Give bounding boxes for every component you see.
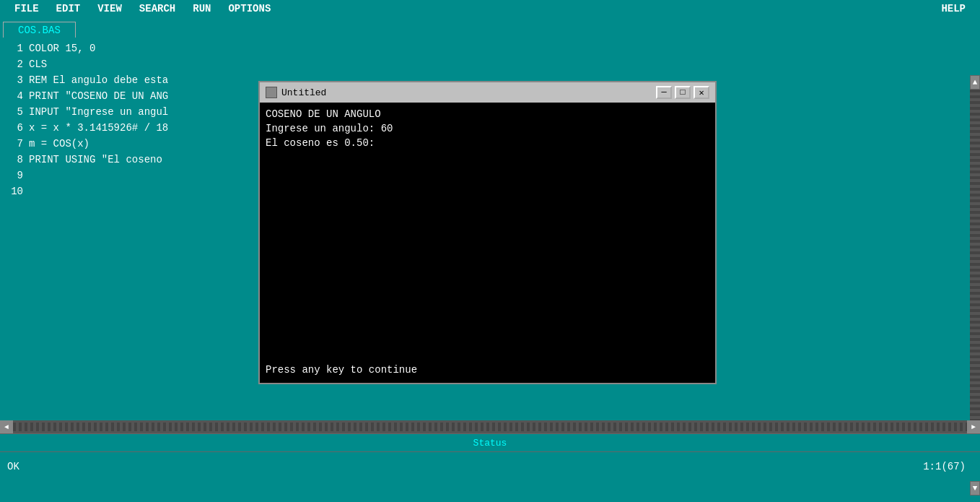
tabbar: COS.BAS [0,17,980,38]
menu-run[interactable]: Run [184,1,219,16]
scroll-right-arrow[interactable]: ► [967,420,980,433]
menu-help[interactable]: Help [932,1,974,16]
line-num-1: 1 [0,40,23,56]
menu-file[interactable]: File [6,1,48,16]
cursor-position: 1:1(67) [923,461,966,472]
statusbar: Status [0,433,980,452]
output-line-3: El coseno es 0.50: [266,136,709,150]
dialog-title: Untitled [281,87,653,98]
output-line-1: COSENO DE UN ANGULO [266,107,709,121]
dialog-close-button[interactable]: ✕ [694,86,709,99]
line-num-10: 10 [0,183,23,199]
line-num-5: 5 [0,104,23,120]
scroll-down-arrow[interactable]: ▼ [970,481,980,495]
dialog-titlebar: Untitled — □ ✕ [260,82,715,103]
code-line-2: CLS [29,56,980,72]
menubar: File Edit View Search Run Options Help [0,0,980,17]
horizontal-scrollbar: ◄ ► [0,420,980,433]
line-num-6: 6 [0,120,23,136]
menu-options[interactable]: Options [219,1,279,16]
status-label: Status [473,438,507,449]
dialog-minimize-button[interactable]: — [656,86,672,99]
scroll-up-arrow[interactable]: ▲ [970,75,980,90]
main-content: 1 2 3 4 5 6 7 8 9 10 COLOR 15, 0 CLS REM… [0,38,980,481]
output-dialog: Untitled — □ ✕ COSENO DE UN ANGULO Ingre… [258,81,717,384]
line-num-9: 9 [0,168,23,183]
output-line-2: Ingrese un angulo: 60 [266,121,709,136]
press-any-key: Press any key to continue [266,363,417,377]
line-num-8: 8 [0,152,23,168]
ok-label: OK [7,461,19,472]
menu-search[interactable]: Search [131,1,184,16]
menu-edit[interactable]: Edit [48,1,89,16]
dialog-maximize-button[interactable]: □ [675,86,691,99]
line-num-3: 3 [0,72,23,88]
bottom-status: OK 1:1(67) [0,452,980,481]
dialog-icon [266,87,277,98]
scroll-left-arrow[interactable]: ◄ [0,420,13,433]
menu-view[interactable]: View [89,1,131,16]
dialog-content: COSENO DE UN ANGULO Ingrese un angulo: 6… [260,103,715,383]
code-line-1: COLOR 15, 0 [29,40,980,56]
line-numbers: 1 2 3 4 5 6 7 8 9 10 [0,38,29,420]
line-num-7: 7 [0,136,23,152]
line-num-2: 2 [0,56,23,72]
hscroll-track[interactable] [13,423,967,431]
tab-cos-bas[interactable]: COS.BAS [3,22,76,38]
line-num-4: 4 [0,88,23,104]
